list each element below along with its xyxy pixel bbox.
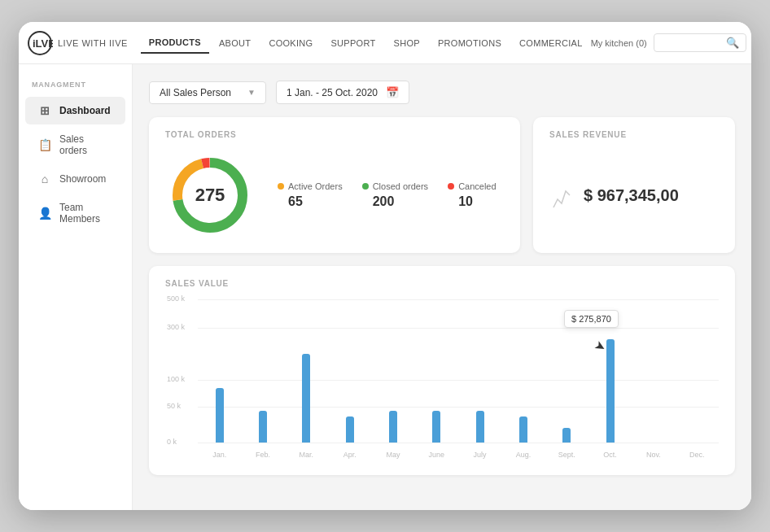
bar[interactable] [432, 411, 440, 443]
legend-active: Active Orders 65 [278, 181, 343, 209]
nav-right: My kitchen (0) 🔍 John Smith ▼ [591, 33, 751, 52]
bar[interactable] [259, 411, 267, 443]
sales-revenue-title: SALES REVENUE [549, 130, 719, 139]
bars-container: Jan.Feb.Mar.Apr.MayJuneJulyAug.Sept.$ 27… [198, 299, 719, 443]
bar-group: Aug. [501, 299, 545, 443]
my-kitchen-label[interactable]: My kitchen (0) [591, 38, 647, 48]
grid-label: 50 k [167, 402, 181, 410]
logo-text: LIVE WITH IIVE [58, 38, 128, 48]
grid-label: 300 k [167, 323, 185, 331]
bar[interactable] [606, 339, 615, 443]
nav-about[interactable]: ABOUT [211, 33, 259, 53]
bar-month-label: July [474, 451, 487, 459]
browser-frame: iLVE LIVE WITH IIVE PRODUCTS ABOUT COOKI… [19, 22, 751, 510]
bar[interactable] [476, 411, 484, 443]
search-box: 🔍 [654, 33, 746, 52]
cards-row: TOTAL ORDERS [149, 117, 735, 253]
bar-tooltip: $ 275,870 [564, 310, 619, 328]
calendar-icon: 📅 [386, 86, 399, 98]
bar-group: June [415, 299, 458, 443]
nav-promotions[interactable]: PROMOTIONS [430, 33, 510, 53]
search-button[interactable]: 🔍 [724, 37, 741, 49]
bar[interactable] [302, 354, 310, 443]
nav-products[interactable]: PRODUCTS [141, 33, 209, 54]
bar-month-label: Oct. [603, 451, 617, 459]
donut-total: 275 [195, 185, 225, 206]
nav-shop[interactable]: SHOP [386, 33, 428, 53]
bar[interactable] [389, 411, 397, 443]
revenue-content: $ 967,345,00 [549, 150, 719, 240]
content-area: All Sales Person ▼ 1 Jan. - 25 Oct. 2020… [133, 64, 751, 510]
bar-group: Feb. [241, 299, 284, 443]
bar-month-label: Apr. [343, 451, 357, 459]
date-range-label: 1 Jan. - 25 Oct. 2020 [287, 87, 378, 98]
bar-group: Apr. [328, 299, 371, 443]
nav-commercial[interactable]: COMMERCIAL [511, 33, 591, 53]
sales-value-card: SALES VALUE 500 k300 k100 k50 k0 k Jan.F… [149, 266, 735, 475]
sales-revenue-card: SALES REVENUE $ 967,345,00 [533, 117, 735, 253]
bar-month-label: Aug. [516, 451, 532, 459]
sidebar: MANAGMENT ⊞ Dashboard 📋 Sales orders ⌂ S… [19, 64, 133, 510]
legend-canceled: Canceled 10 [448, 181, 496, 209]
nav-links: PRODUCTS ABOUT COOKING SUPPORT SHOP PROM… [141, 33, 591, 54]
bar-month-label: June [429, 451, 445, 459]
sidebar-item-showroom[interactable]: ⌂ Showroom [25, 165, 125, 193]
nav-support[interactable]: SUPPORT [322, 33, 383, 53]
bar[interactable] [346, 416, 354, 443]
filters-row: All Sales Person ▼ 1 Jan. - 25 Oct. 2020… [149, 81, 735, 104]
active-value: 65 [278, 194, 303, 209]
closed-label: Closed orders [373, 181, 428, 191]
sales-value-title: SALES VALUE [165, 279, 719, 288]
bar-chart-area: 500 k300 k100 k50 k0 k Jan.Feb.Mar.Apr.M… [165, 299, 719, 462]
sales-person-select[interactable]: All Sales Person ▼ [149, 81, 266, 104]
total-orders-card: TOTAL ORDERS [149, 117, 520, 253]
bar-month-label: Nov. [646, 451, 661, 459]
svg-text:iLVE: iLVE [33, 37, 53, 50]
canceled-value: 10 [448, 194, 473, 209]
bar-group: July [458, 299, 501, 443]
bar-month-label: Jan. [212, 451, 226, 459]
sidebar-item-sales-orders[interactable]: 📋 Sales orders [25, 126, 125, 164]
logo: iLVE LIVE WITH IIVE [27, 30, 128, 56]
bar-group: Mar. [285, 299, 328, 443]
sidebar-label-showroom: Showroom [59, 173, 106, 185]
logo-icon: iLVE [27, 30, 53, 56]
active-dot [278, 183, 284, 190]
bar-month-label: Feb. [256, 451, 270, 459]
topnav: iLVE LIVE WITH IIVE PRODUCTS ABOUT COOKI… [19, 22, 751, 64]
sidebar-label-sales-orders: Sales orders [59, 133, 112, 156]
sidebar-section-label: MANAGMENT [19, 81, 132, 97]
date-range-filter[interactable]: 1 Jan. - 25 Oct. 2020 📅 [276, 81, 409, 104]
orders-legend: Active Orders 65 Closed orders 200 [278, 181, 497, 209]
bar-month-label: May [386, 451, 400, 459]
dashboard-icon: ⊞ [38, 104, 51, 117]
total-orders-title: TOTAL ORDERS [165, 130, 504, 139]
bar-month-label: Sept. [558, 451, 575, 459]
select-arrow: ▼ [247, 88, 256, 97]
bar-group: Nov. [632, 299, 675, 443]
sidebar-item-team-members[interactable]: 👤 Team Members [25, 194, 125, 232]
canceled-label: Canceled [458, 181, 496, 191]
nav-cooking[interactable]: COOKING [260, 33, 321, 53]
bar[interactable] [562, 428, 571, 443]
bar[interactable] [519, 416, 527, 443]
bar[interactable] [216, 388, 224, 443]
bar-group: $ 275,870➤Oct. [588, 299, 632, 443]
bar-group: Jan. [198, 299, 241, 443]
revenue-value: $ 967,345,00 [584, 186, 679, 205]
legend-closed: Closed orders 200 [362, 181, 428, 209]
revenue-sparkline [549, 175, 574, 216]
search-input[interactable] [659, 38, 724, 48]
grid-label: 100 k [167, 375, 185, 383]
grid-line: 0 k [198, 443, 719, 443]
closed-value: 200 [362, 194, 395, 209]
bar-group: Dec. [676, 299, 719, 443]
canceled-dot [448, 183, 454, 190]
sales-orders-icon: 📋 [38, 138, 51, 151]
main-body: MANAGMENT ⊞ Dashboard 📋 Sales orders ⌂ S… [19, 64, 751, 510]
active-label: Active Orders [288, 181, 343, 191]
sidebar-item-dashboard[interactable]: ⊞ Dashboard [25, 97, 125, 124]
bar-month-label: Dec. [689, 451, 705, 459]
grid-label: 500 k [167, 294, 185, 303]
grid-label: 0 k [167, 438, 177, 446]
